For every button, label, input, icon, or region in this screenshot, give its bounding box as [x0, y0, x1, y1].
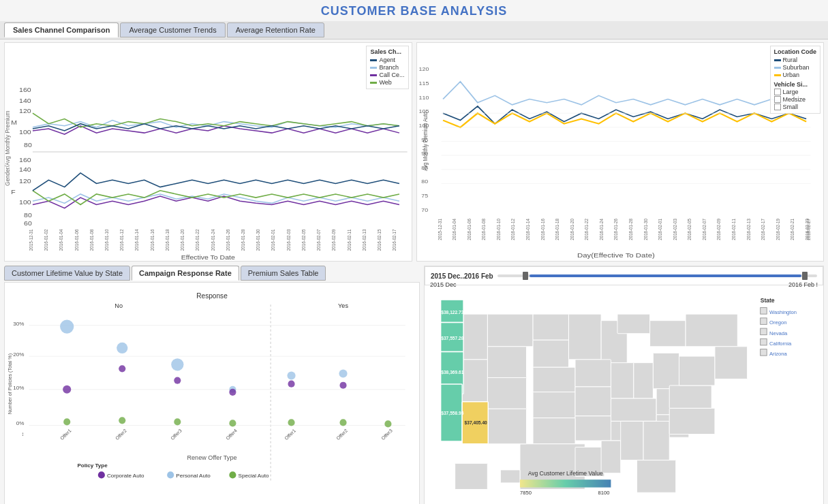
svg-text:2016-02-05: 2016-02-05 [301, 229, 306, 251]
tab-premium-sales[interactable]: Premium Sales Table [241, 266, 326, 281]
legend-rural: Rural [774, 57, 817, 63]
svg-point-101 [60, 319, 74, 333]
svg-point-118 [339, 419, 346, 426]
svg-rect-135 [487, 314, 533, 347]
svg-text:Arizona: Arizona [769, 351, 788, 357]
slider-title: 2015 Dec..2016 Feb [431, 272, 493, 280]
tab-avg-retention[interactable]: Average Retention Rate [227, 22, 324, 37]
svg-text:8100: 8100 [598, 490, 610, 496]
svg-text:Avg Customer Lifetime Value: Avg Customer Lifetime Value [528, 470, 603, 477]
left-chart-svg: 160 140 120 M 100 80 160 140 120 F 100 8… [5, 43, 412, 261]
svg-text:Special Auto: Special Auto [239, 473, 269, 479]
svg-text:Response: Response [196, 292, 228, 300]
svg-rect-153 [533, 418, 575, 444]
location-legend: Location Code Rural Suburban Urban Vehic… [770, 46, 821, 114]
svg-text:2016-02-15: 2016-02-15 [377, 229, 382, 251]
svg-rect-187 [761, 328, 767, 335]
legend-small: Small [774, 104, 817, 110]
svg-text:Day(Effective To Date): Day(Effective To Date) [577, 252, 654, 259]
slider-track[interactable] [497, 274, 817, 277]
branch-icon [370, 67, 377, 69]
slider-left-label: 2015 Dec [430, 281, 457, 288]
svg-rect-181 [455, 463, 488, 489]
left-legend-title: Sales Ch... [370, 48, 404, 55]
svg-text:2016-01-02: 2016-01-02 [44, 229, 48, 251]
svg-point-117 [339, 382, 346, 389]
svg-text:2016-01-28: 2016-01-28 [241, 229, 245, 251]
svg-text:Nevada: Nevada [769, 330, 788, 336]
svg-text:120: 120 [418, 67, 429, 72]
svg-point-115 [288, 419, 294, 426]
suburban-icon [774, 67, 781, 69]
svg-text:2016-02-13: 2016-02-13 [746, 219, 751, 240]
svg-text:2016-02-17: 2016-02-17 [392, 229, 397, 251]
svg-rect-144 [533, 392, 575, 418]
scatter-svg: Response No Yes 30% 20% 10% 0% ↕ Number … [5, 283, 419, 504]
svg-text:2016-02-27: 2016-02-27 [806, 219, 811, 240]
svg-text:100: 100 [19, 199, 31, 206]
svg-rect-162 [669, 408, 715, 434]
legend-agent: Agent [370, 57, 404, 63]
svg-point-128 [98, 471, 105, 478]
svg-text:State: State [761, 297, 775, 304]
svg-text:140: 140 [19, 97, 31, 104]
svg-text:Corporate Auto: Corporate Auto [107, 473, 144, 479]
svg-rect-138 [568, 314, 601, 360]
svg-rect-170 [461, 360, 487, 402]
large-icon [774, 89, 781, 95]
tab-sales-channel[interactable]: Sales Channel Comparison [4, 22, 119, 37]
tab-campaign-response[interactable]: Campaign Response Rate [132, 266, 239, 281]
svg-text:↕: ↕ [21, 431, 24, 437]
right-chart-svg: 120 115 110 105 100 95 90 85 80 75 70 Av… [417, 43, 824, 261]
svg-text:2016-01-08: 2016-01-08 [480, 219, 486, 240]
svg-text:$37,558.95: $37,558.95 [441, 411, 464, 416]
legend-large: Large [774, 89, 817, 95]
svg-text:2016-01-16: 2016-01-16 [149, 229, 154, 251]
tab-avg-customer[interactable]: Average Customer Trends [120, 22, 225, 37]
svg-text:2016-01-20: 2016-01-20 [180, 229, 185, 251]
svg-text:2016-01-10: 2016-01-10 [495, 219, 501, 240]
tab-customer-lifetime[interactable]: Customer Lifetime Value by State [4, 266, 130, 281]
svg-text:2016-01-14: 2016-01-14 [134, 229, 139, 251]
slider-handle-right[interactable] [802, 272, 808, 280]
svg-point-107 [171, 358, 183, 371]
bottom-tabs: Customer Lifetime Value by State Campaig… [4, 266, 420, 281]
svg-rect-169 [461, 314, 487, 360]
svg-rect-168 [487, 409, 526, 443]
legend-suburban: Suburban [774, 64, 817, 71]
svg-text:10%: 10% [13, 385, 24, 391]
svg-text:110: 110 [418, 95, 429, 100]
svg-text:California: California [769, 341, 792, 347]
svg-text:160: 160 [19, 157, 31, 163]
svg-text:160: 160 [19, 86, 31, 93]
svg-rect-189 [761, 338, 767, 345]
svg-text:$37,405.40: $37,405.40 [465, 420, 488, 426]
svg-text:2015-12-31: 2015-12-31 [436, 219, 442, 240]
svg-text:Offer2: Offer2 [114, 428, 128, 441]
svg-text:75: 75 [421, 193, 428, 199]
svg-text:2016-02-13: 2016-02-13 [361, 229, 366, 251]
svg-text:60: 60 [24, 220, 32, 227]
svg-text:$37,557.28: $37,557.28 [441, 336, 464, 341]
svg-text:2016-02-05: 2016-02-05 [686, 219, 692, 240]
svg-text:No: No [114, 302, 123, 309]
left-legend: Sales Ch... Agent Branch Call Ce... Web [366, 46, 408, 89]
svg-text:$38,122.73: $38,122.73 [441, 310, 464, 315]
slider-right-label: 2016 Feb ! [788, 281, 818, 288]
svg-rect-136 [533, 314, 568, 340]
svg-text:Oregon: Oregon [769, 319, 786, 326]
svg-text:80: 80 [24, 141, 32, 148]
svg-text:2016-01-06: 2016-01-06 [466, 219, 472, 240]
svg-text:2016-01-10: 2016-01-10 [104, 229, 109, 251]
svg-point-130 [167, 471, 174, 478]
svg-text:2016-01-24: 2016-01-24 [210, 229, 215, 251]
bottom-section: Customer Lifetime Value by State Campaig… [0, 264, 828, 504]
svg-text:2016-02-01: 2016-02-01 [657, 219, 662, 240]
svg-point-119 [384, 420, 391, 427]
svg-text:2016-01-30: 2016-01-30 [643, 219, 648, 240]
svg-rect-164 [679, 356, 715, 385]
svg-point-132 [229, 471, 236, 478]
svg-text:100: 100 [19, 129, 31, 136]
svg-rect-159 [621, 421, 643, 460]
slider-handle-left[interactable] [523, 272, 528, 280]
